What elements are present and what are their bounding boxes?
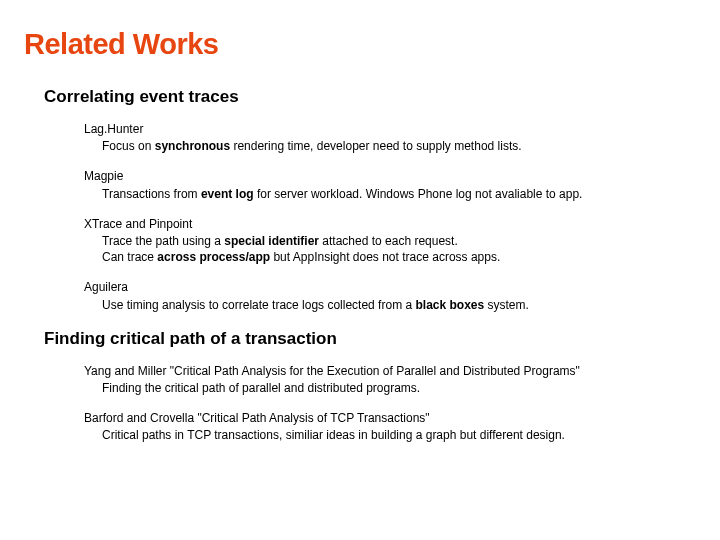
section-heading-2: Finding critical path of a transaction — [44, 329, 696, 349]
item-desc: Focus on synchronous rendering time, dev… — [102, 138, 696, 154]
list-item: Aguilera Use timing analysis to correlat… — [84, 279, 696, 312]
item-desc: Transactions from event log for server w… — [102, 186, 696, 202]
item-title: Barford and Crovella "Critical Path Anal… — [84, 410, 696, 426]
item-title: Magpie — [84, 168, 696, 184]
item-desc: Finding the critical path of parallel an… — [102, 380, 696, 396]
list-item: XTrace and Pinpoint Trace the path using… — [84, 216, 696, 266]
item-title: XTrace and Pinpoint — [84, 216, 696, 232]
item-desc: Use timing analysis to correlate trace l… — [102, 297, 696, 313]
item-title: Yang and Miller "Critical Path Analysis … — [84, 363, 696, 379]
slide-title: Related Works — [24, 28, 696, 61]
item-desc: Trace the path using a special identifie… — [102, 233, 696, 249]
section-heading-1: Correlating event traces — [44, 87, 696, 107]
item-title: Aguilera — [84, 279, 696, 295]
item-desc: Can trace across process/app but AppInsi… — [102, 249, 696, 265]
list-item: Yang and Miller "Critical Path Analysis … — [84, 363, 696, 396]
item-title: Lag.Hunter — [84, 121, 696, 137]
list-item: Magpie Transactions from event log for s… — [84, 168, 696, 201]
list-item: Barford and Crovella "Critical Path Anal… — [84, 410, 696, 443]
list-item: Lag.Hunter Focus on synchronous renderin… — [84, 121, 696, 154]
item-desc: Critical paths in TCP transactions, simi… — [102, 427, 696, 443]
